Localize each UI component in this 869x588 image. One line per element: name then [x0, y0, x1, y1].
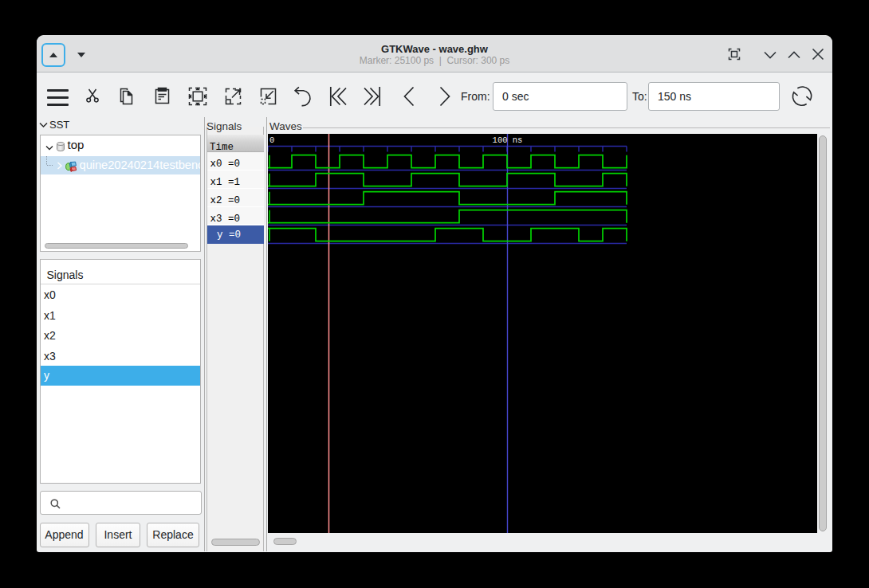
svg-text:0: 0	[269, 135, 274, 145]
svg-text:100 ns: 100 ns	[493, 135, 523, 145]
